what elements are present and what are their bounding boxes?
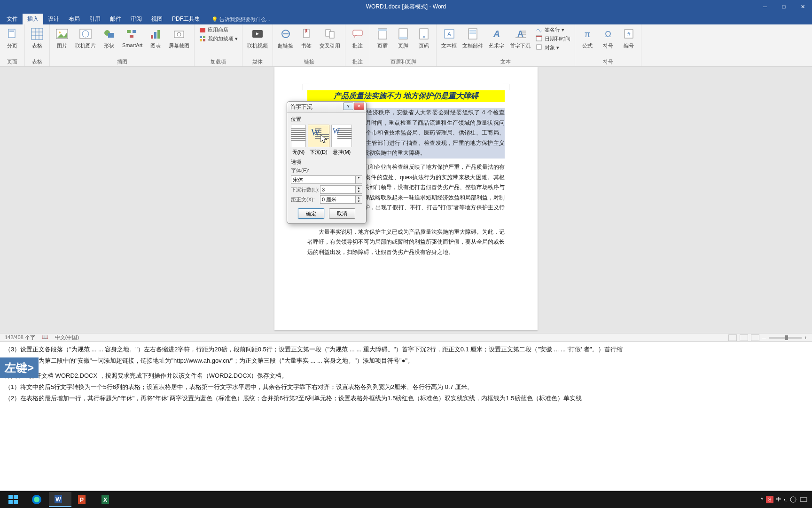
powerpoint-taskbar-icon[interactable]: P: [72, 492, 95, 507]
my-addins-button[interactable]: 我的加载项 ▾: [197, 34, 239, 43]
online-pictures-button[interactable]: 联机图片: [73, 25, 98, 50]
ime-punct-icon[interactable]: •,: [784, 497, 787, 502]
symbol-button[interactable]: Ω符号: [599, 25, 617, 50]
app-title: WORD1.docx [兼容模式] - Word: [366, 3, 446, 11]
instruction-line: 件夹下，打开文档 WORD2.DOCX ，按照要求完成下列操作并以该文件名（WO…: [5, 370, 807, 381]
dropcap-button[interactable]: A首字下沉: [508, 25, 532, 50]
tray-up-icon[interactable]: ^: [761, 497, 763, 502]
font-combobox[interactable]: 宋体▾: [291, 175, 362, 184]
document-title[interactable]: 产品质量法实施不力 地方保护仍是重大障碍: [307, 90, 505, 102]
zoom-in-button[interactable]: +: [804, 335, 807, 341]
smartart-button[interactable]: SmartArt: [120, 25, 144, 49]
view-web-button[interactable]: [751, 334, 759, 341]
zoom-out-button[interactable]: ─: [762, 335, 766, 341]
bookmark-button[interactable]: 书签: [297, 25, 316, 50]
dialog-help-button[interactable]: ?: [343, 103, 353, 110]
svg-rect-15: [130, 35, 133, 38]
equation-button[interactable]: π公式: [578, 25, 597, 50]
svg-text:Ω: Ω: [605, 30, 611, 39]
screenshot-button[interactable]: 屏幕截图: [167, 25, 191, 50]
tab-references[interactable]: 引用: [85, 14, 105, 24]
signature-button[interactable]: 签名行 ▾: [534, 25, 572, 34]
ime-icon[interactable]: S: [766, 496, 773, 503]
settings-tray-icon[interactable]: [789, 496, 797, 503]
datetime-button[interactable]: 日期和时间: [534, 34, 572, 43]
close-button[interactable]: ✕: [793, 0, 812, 13]
pictures-button[interactable]: 图片: [53, 25, 71, 50]
tab-pdf[interactable]: PDF工具集: [167, 14, 205, 24]
lines-spinner[interactable]: 3▲▼: [320, 185, 362, 194]
svg-rect-17: [154, 32, 156, 39]
instruction-line: （3）设置正文各段落（"为规范 ... ... 容身之地。"）左右各缩进2字符，…: [5, 344, 807, 355]
number-button[interactable]: #编号: [619, 25, 638, 50]
zoom-slider[interactable]: [769, 337, 802, 339]
svg-rect-33: [353, 30, 362, 36]
tab-layout[interactable]: 布局: [64, 14, 85, 24]
margin-corner-icon: [503, 84, 509, 90]
tell-me-search[interactable]: 💡 告诉我您想要做什么...: [209, 15, 273, 24]
svg-rect-75: [800, 498, 807, 501]
dialog-titlebar[interactable]: 首字下沉 ? ✕: [287, 102, 366, 113]
shapes-button[interactable]: 形状: [100, 25, 118, 50]
view-print-button[interactable]: [740, 334, 748, 341]
margin-corner-icon: [303, 84, 309, 90]
spellcheck-icon[interactable]: 📖: [42, 334, 48, 341]
maximize-button[interactable]: □: [774, 0, 793, 13]
wordart-button[interactable]: A艺术字: [487, 25, 506, 50]
tab-review[interactable]: 审阅: [126, 14, 147, 24]
table-button[interactable]: 表格: [28, 25, 47, 50]
svg-rect-24: [200, 39, 202, 41]
tab-insert[interactable]: 插入: [23, 14, 43, 24]
tab-mailings[interactable]: 邮件: [105, 14, 126, 24]
minimize-button[interactable]: ─: [756, 0, 774, 13]
position-margin[interactable]: W 悬挂(M): [331, 125, 352, 156]
excel-taskbar-icon[interactable]: X: [96, 492, 118, 507]
tab-file[interactable]: 文件: [2, 14, 23, 24]
distance-spinner[interactable]: 0 厘米▲▼: [320, 195, 362, 204]
dialog-body: 位置 无(N) W 下沉(D) W 悬挂(M) 选项 字体(F):: [287, 113, 366, 223]
language-status[interactable]: 中文(中国): [55, 334, 79, 341]
header-button[interactable]: 页眉: [373, 25, 392, 50]
view-read-button[interactable]: [728, 334, 737, 341]
cancel-button[interactable]: 取消: [329, 208, 355, 219]
quickparts-button[interactable]: 文档部件: [461, 25, 485, 50]
online-video-button[interactable]: 联机视频: [245, 25, 270, 50]
document-paragraph-3[interactable]: 大量事实说明，地方保护主义已成为产品质量法实施的重大障碍。为此，记者呼吁，有关领…: [307, 227, 505, 258]
comment-button[interactable]: 批注: [348, 25, 367, 50]
position-none[interactable]: 无(N): [291, 125, 306, 156]
svg-text:A: A: [517, 29, 523, 39]
position-dropped[interactable]: W 下沉(D): [308, 125, 329, 156]
tab-view[interactable]: 视图: [147, 14, 167, 24]
document-area[interactable]: 产品质量法实施不力 地方保护仍是重大障碍 为规范和整顿市场经济秩序，安徽省人大常…: [0, 67, 812, 334]
start-button[interactable]: [2, 492, 24, 507]
ime-mode-icon[interactable]: 中: [776, 496, 781, 503]
hyperlink-button[interactable]: 超链接: [276, 25, 295, 50]
edge-taskbar-icon[interactable]: [25, 492, 48, 507]
textbox-button[interactable]: A文本框: [439, 25, 459, 50]
keyboard-tray-icon[interactable]: [800, 496, 807, 503]
footer-button[interactable]: 页脚: [394, 25, 413, 50]
group-tables: 表格 表格: [25, 24, 50, 66]
svg-rect-23: [203, 36, 205, 38]
word-taskbar-icon[interactable]: W: [49, 492, 71, 507]
pagenum-button[interactable]: #页码: [414, 25, 433, 50]
object-button[interactable]: 对象 ▾: [534, 43, 572, 52]
group-media: 联机视频 媒体: [242, 24, 273, 66]
pages-split-button[interactable]: 分页: [3, 25, 22, 50]
group-illustrations: 图片 联机图片 形状 SmartArt 图表 屏幕截图 插图: [50, 24, 195, 66]
word-count[interactable]: 142/408 个字: [5, 334, 35, 341]
lines-label: 下沉行数(L):: [291, 186, 320, 193]
distance-label: 距正文(X):: [291, 196, 320, 203]
ok-button[interactable]: 确定: [298, 208, 324, 219]
dialog-close-button[interactable]: ✕: [354, 103, 364, 110]
crossref-button[interactable]: 交叉引用: [318, 25, 342, 50]
position-label: 位置: [291, 116, 362, 123]
svg-rect-25: [203, 39, 205, 41]
store-button[interactable]: 应用商店: [197, 25, 239, 34]
svg-rect-44: [469, 30, 476, 32]
dropcap-dialog: 首字下沉 ? ✕ 位置 无(N) W 下沉(D) W 悬挂(M): [287, 101, 367, 224]
chart-button[interactable]: 图表: [146, 25, 165, 50]
tab-design[interactable]: 设计: [43, 14, 64, 24]
svg-rect-61: [14, 495, 18, 499]
group-pages: 分页 页面: [0, 24, 25, 66]
